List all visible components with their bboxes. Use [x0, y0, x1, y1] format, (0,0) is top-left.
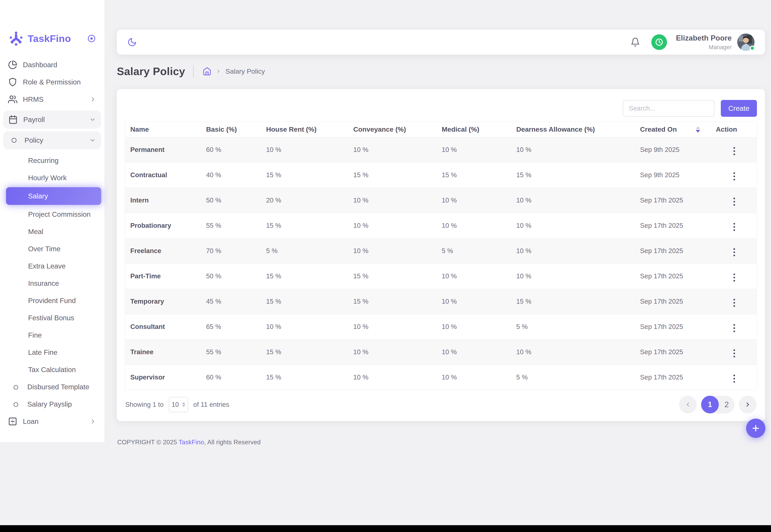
row-actions-menu-icon[interactable]	[733, 302, 735, 304]
cell-conveyance: 15 %	[348, 263, 437, 289]
search-input[interactable]	[623, 100, 714, 117]
sidebar-item-fine[interactable]: Fine	[0, 327, 104, 344]
sidebar-nav: Dashboard Role & Permission HRMS Payroll	[0, 56, 104, 430]
sidebar-item-hrms[interactable]: HRMS	[0, 91, 104, 108]
cell-conveyance: 10 %	[348, 314, 437, 339]
breadcrumb-home-icon[interactable]	[203, 67, 211, 76]
cell-house-rent: 15 %	[261, 263, 348, 289]
col-header-created-on: Created On	[635, 122, 711, 137]
sidebar-item-label: Payroll	[23, 116, 45, 124]
sidebar-item-disbursed-template[interactable]: Disbursed Template	[0, 378, 104, 396]
cell-basic: 40 %	[201, 162, 261, 188]
sub-item-label: Project Commission	[28, 210, 91, 218]
sidebar-item-dashboard[interactable]: Dashboard	[0, 56, 104, 73]
page-1-button[interactable]: 1	[701, 396, 719, 413]
copyright-prefix: COPYRIGHT © 2025	[117, 439, 179, 446]
salary-policy-table: Name Basic (%) House Rent (%) Conveyance…	[125, 122, 757, 390]
brand-header: TaskFino	[8, 30, 96, 47]
row-actions-menu-icon[interactable]	[733, 150, 735, 152]
sidebar-item-label: HRMS	[23, 95, 44, 103]
sub-item-label: Recurring	[28, 157, 59, 165]
sidebar-item-recurring[interactable]: Recurring	[0, 152, 104, 169]
sidebar-item-payroll[interactable]: Payroll	[3, 111, 101, 129]
sort-icon[interactable]	[696, 126, 700, 132]
sidebar-item-hourly-work[interactable]: Hourly Work	[0, 169, 104, 186]
cell-conveyance: 10 %	[348, 137, 437, 162]
row-actions-menu-icon[interactable]	[733, 201, 735, 202]
sidebar-item-insurance[interactable]: Insurance	[0, 275, 104, 292]
row-actions-menu-icon[interactable]	[733, 353, 735, 354]
brand-name: TaskFino	[28, 33, 71, 44]
calendar-icon	[8, 115, 18, 124]
showing-prefix: Showing 1 to	[125, 401, 164, 408]
table-row: Part-Time50 %15 %15 %10 %10 %Sep 17th 20…	[125, 263, 757, 289]
sidebar-item-over-time[interactable]: Over Time	[0, 240, 104, 257]
sidebar-item-late-fine[interactable]: Late Fine	[0, 344, 104, 361]
cell-medical: 10 %	[437, 365, 511, 390]
cell-medical: 10 %	[437, 314, 511, 339]
sidebar-pin-toggle-icon[interactable]	[87, 34, 96, 43]
divide-square-icon	[8, 417, 17, 426]
table-row: Temporary45 %15 %15 %10 %15 %Sep 17th 20…	[125, 289, 757, 314]
row-actions-menu-icon[interactable]	[733, 176, 735, 177]
cell-basic: 60 %	[201, 137, 261, 162]
create-button[interactable]: Create	[721, 100, 757, 117]
attendance-clock-button[interactable]	[651, 34, 667, 50]
sidebar-item-salary-active[interactable]: Salary	[6, 187, 101, 205]
row-actions-menu-icon[interactable]	[733, 378, 735, 379]
dark-mode-toggle-moon-icon[interactable]	[127, 37, 137, 47]
col-header-basic: Basic (%)	[201, 122, 261, 137]
sidebar-item-tax-calculation[interactable]: Tax Calculation	[0, 361, 104, 378]
page-2-button[interactable]: 2	[719, 400, 734, 409]
cell-dearness: 5 %	[511, 365, 635, 390]
cell-name: Temporary	[125, 289, 201, 314]
row-actions-menu-icon[interactable]	[733, 327, 735, 329]
sidebar-item-salary-payslip[interactable]: Salary Payslip	[0, 396, 104, 413]
floating-add-button[interactable]	[746, 419, 765, 438]
topbar-right: Elizabeth Poore Manager	[631, 34, 755, 51]
next-page-button[interactable]	[739, 396, 757, 413]
page-size-select[interactable]: 10	[169, 397, 188, 412]
sidebar-item-festival-bonus[interactable]: Festival Bonus	[0, 309, 104, 327]
row-actions-menu-icon[interactable]	[733, 251, 735, 253]
cell-basic: 55 %	[201, 213, 261, 238]
cell-dearness: 10 %	[511, 238, 635, 263]
cell-name: Intern	[125, 188, 201, 213]
cell-medical: 15 %	[437, 162, 511, 188]
user-meta: Elizabeth Poore Manager	[676, 34, 732, 51]
cell-basic: 50 %	[201, 188, 261, 213]
sidebar-item-meal[interactable]: Meal	[0, 223, 104, 240]
previous-page-button[interactable]	[679, 396, 697, 413]
cell-house-rent: 15 %	[261, 339, 348, 365]
bottom-strip	[0, 525, 771, 532]
footer-copyright: COPYRIGHT © 2025 TaskFino, All rights Re…	[117, 439, 765, 446]
cell-dearness: 5 %	[511, 314, 635, 339]
cell-name: Part-Time	[125, 263, 201, 289]
footer-brand-link[interactable]: TaskFino	[179, 439, 204, 446]
cell-house-rent: 15 %	[261, 162, 348, 188]
cell-created-on: Sep 9th 2025	[635, 137, 711, 162]
user-role: Manager	[676, 44, 732, 51]
sidebar-item-provident-fund[interactable]: Provident Fund	[0, 292, 104, 309]
copyright-suffix: , All rights Reserved	[204, 439, 261, 446]
row-actions-menu-icon[interactable]	[733, 277, 735, 278]
sub-item-label: Tax Calculation	[28, 366, 76, 374]
row-actions-menu-icon[interactable]	[733, 226, 735, 228]
cell-name: Probationary	[125, 213, 201, 238]
cell-created-on: Sep 17th 2025	[635, 188, 711, 213]
cell-created-on: Sep 17th 2025	[635, 314, 711, 339]
cell-dearness: 10 %	[511, 263, 635, 289]
sidebar-item-extra-leave[interactable]: Extra Leave	[0, 257, 104, 275]
sidebar-item-loan[interactable]: Loan	[0, 413, 104, 430]
notifications-bell-icon[interactable]	[631, 37, 640, 47]
table-row: Probationary55 %15 %10 %10 %10 %Sep 17th…	[125, 213, 757, 238]
cell-medical: 10 %	[437, 339, 511, 365]
cell-medical: 10 %	[437, 263, 511, 289]
sidebar-item-policy[interactable]: Policy	[3, 131, 101, 149]
user-avatar[interactable]	[737, 34, 755, 51]
cell-action	[711, 137, 757, 162]
shield-icon	[8, 77, 17, 87]
sidebar-item-role-permission[interactable]: Role & Permission	[0, 73, 104, 91]
sidebar-item-project-commission[interactable]: Project Commission	[0, 206, 104, 223]
circle-icon	[11, 137, 17, 143]
